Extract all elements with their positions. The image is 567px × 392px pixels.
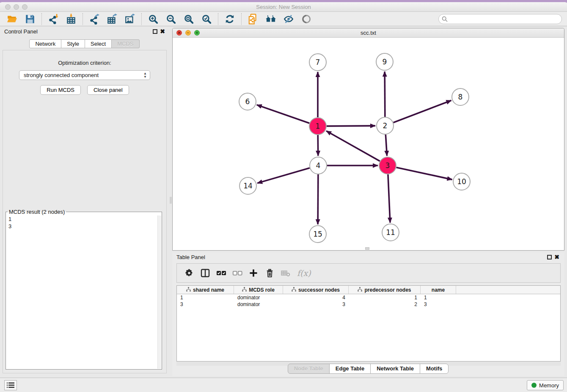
zoom-selected-icon[interactable]: [200, 13, 213, 25]
table-cell[interactable]: 4: [283, 294, 349, 301]
zoom-in-icon[interactable]: [147, 13, 160, 25]
float-table-panel-icon[interactable]: [547, 255, 552, 259]
table-tabs: Node TableEdge TableNetwork TableMotifs: [172, 364, 564, 374]
search-icon: [442, 16, 448, 24]
memory-label: Memory: [539, 382, 559, 389]
table-cell[interactable]: dominator: [234, 294, 283, 301]
control-panel: Control Panel ✖ NetworkStyleSelectMCDS O…: [0, 27, 169, 378]
table-cell[interactable]: 1: [349, 294, 421, 301]
column-header-name[interactable]: name: [421, 286, 456, 294]
tab-node-table[interactable]: Node Table: [288, 364, 330, 374]
table-cell[interactable]: 1: [177, 294, 234, 301]
table-cell[interactable]: 2: [349, 301, 421, 308]
app-titlebar: Session: New Session: [0, 2, 567, 12]
tab-style[interactable]: Style: [61, 39, 85, 48]
edge-2-9[interactable]: [385, 72, 385, 117]
import-table-icon[interactable]: [65, 13, 77, 25]
export-network-icon[interactable]: [88, 13, 101, 25]
edge-1-6[interactable]: [257, 105, 309, 123]
table-cell[interactable]: 3: [283, 301, 349, 308]
task-history-button[interactable]: [4, 380, 17, 390]
column-header-MCDS-role[interactable]: MCDS role: [234, 286, 283, 294]
delete-table-icon: [280, 268, 291, 279]
close-panel-icon[interactable]: ✖: [160, 28, 165, 35]
home-networks-icon[interactable]: [264, 13, 277, 25]
hide-panel-eye-icon[interactable]: [282, 13, 295, 25]
import-network-icon[interactable]: [47, 13, 60, 25]
column-layout-icon[interactable]: [200, 268, 211, 279]
zoom-out-icon[interactable]: [165, 13, 177, 25]
table-toolbar: f(x): [176, 263, 561, 283]
column-type-icon: [186, 287, 191, 293]
delete-column-icon[interactable]: [264, 268, 275, 279]
export-image-icon[interactable]: [124, 13, 136, 25]
run-mcds-button[interactable]: Run MCDS: [40, 85, 81, 95]
network-window-titlebar[interactable]: ✕ − + scc.txt: [173, 28, 564, 38]
tab-edge-table[interactable]: Edge Table: [329, 364, 371, 374]
result-scrollbar[interactable]: [157, 215, 161, 369]
table-row[interactable]: 3dominator323: [177, 301, 560, 308]
save-session-icon[interactable]: [24, 13, 36, 25]
memory-button[interactable]: Memory: [527, 380, 564, 390]
table-row[interactable]: 1dominator411: [177, 294, 560, 301]
network-title: scc.txt: [173, 30, 564, 36]
column-header-shared-name[interactable]: shared name: [177, 286, 234, 294]
close-table-panel-icon[interactable]: ✖: [554, 254, 559, 260]
edge-3-1[interactable]: [326, 131, 380, 161]
add-column-icon[interactable]: [248, 268, 259, 279]
mcds-result-list[interactable]: 13: [6, 215, 157, 369]
optimization-criterion-select[interactable]: strongly connected component ▲▼: [19, 70, 150, 80]
edge-4-15[interactable]: [318, 174, 318, 224]
h-scrollbar-thumb[interactable]: [365, 247, 369, 250]
table-panel-title: Table Panel: [176, 254, 205, 260]
table-cell[interactable]: dominator: [234, 301, 283, 308]
open-session-icon[interactable]: [6, 13, 19, 25]
column-header-label: predecessor nodes: [364, 287, 411, 293]
table-cell[interactable]: 1: [421, 294, 456, 301]
node-table-body: 1dominator4113dominator323: [177, 294, 560, 308]
toolbar-separator: [218, 13, 218, 25]
tab-select[interactable]: Select: [85, 39, 112, 48]
search-input[interactable]: [438, 14, 562, 24]
deselect-all-checks-icon[interactable]: [232, 268, 243, 279]
optimization-criterion-label: Optimization criterion:: [3, 60, 166, 66]
network-canvas[interactable]: 7968124314101511: [173, 38, 564, 250]
session-title: Session: New Session: [0, 4, 567, 10]
mcds-panel: Optimization criterion: strongly connect…: [3, 50, 167, 373]
column-type-icon: [292, 287, 296, 293]
close-panel-button[interactable]: Close panel: [87, 85, 129, 95]
column-header-predecessor-nodes[interactable]: predecessor nodes: [349, 286, 421, 294]
table-cell[interactable]: 3: [421, 301, 456, 308]
select-all-checks-icon[interactable]: [216, 268, 227, 279]
edge-1-2[interactable]: [327, 126, 375, 126]
table-cell[interactable]: 3: [177, 301, 234, 308]
column-header-successor-nodes[interactable]: successor nodes: [283, 286, 349, 294]
edge-3-10[interactable]: [396, 167, 452, 179]
panel-splitter[interactable]: [169, 27, 172, 378]
node-table: shared nameMCDS rolesuccessor nodesprede…: [176, 285, 561, 362]
network-document-icon[interactable]: [247, 13, 259, 25]
float-panel-icon[interactable]: [153, 29, 157, 34]
settings-gear-icon[interactable]: [184, 268, 195, 279]
refresh-layout-icon[interactable]: [223, 13, 236, 25]
node-table-header: shared nameMCDS rolesuccessor nodesprede…: [177, 286, 560, 294]
show-panel-eye-icon[interactable]: [300, 13, 313, 25]
control-panel-title: Control Panel: [4, 28, 38, 35]
tab-network-table[interactable]: Network Table: [370, 364, 420, 374]
edge-2-3[interactable]: [385, 135, 387, 156]
edge-2-8[interactable]: [394, 100, 451, 122]
tab-network[interactable]: Network: [29, 39, 61, 48]
edge-1-4[interactable]: [318, 135, 318, 156]
criterion-value: strongly connected component: [24, 72, 99, 78]
toolbar-separator: [241, 13, 242, 25]
export-table-icon[interactable]: [106, 13, 118, 25]
network-view-window: ✕ − + scc.txt 7968124314101511: [172, 28, 564, 251]
tab-motifs[interactable]: Motifs: [420, 364, 449, 374]
graph-node-label-14: 14: [243, 182, 253, 190]
list-icon: [7, 382, 14, 388]
edge-3-11[interactable]: [388, 174, 390, 223]
edge-4-14[interactable]: [257, 168, 310, 183]
select-stepper-icon: ▲▼: [143, 72, 147, 79]
tab-mcds[interactable]: MCDS: [111, 39, 139, 48]
zoom-fit-icon[interactable]: [182, 13, 195, 25]
